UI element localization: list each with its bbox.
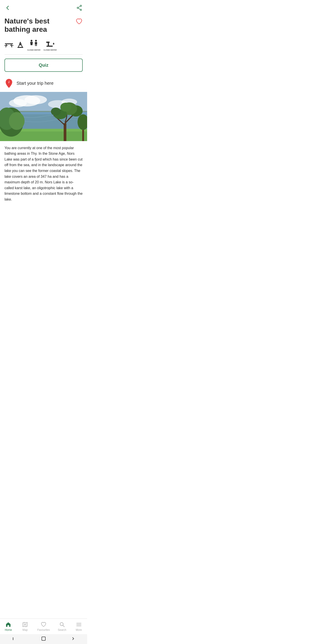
quiz-button[interactable]: Quiz [4, 58, 83, 72]
favourite-button[interactable] [75, 17, 83, 26]
svg-rect-16 [35, 44, 36, 46]
page-title: Nature's best bathing area [4, 17, 75, 34]
amenity-toilets: CLOSED WINTER [27, 39, 40, 51]
svg-point-42 [60, 103, 71, 112]
svg-point-26 [9, 99, 27, 107]
svg-rect-19 [48, 42, 49, 46]
svg-point-1 [80, 9, 81, 10]
trip-start-label: Start your trip here [16, 81, 54, 86]
amenity-water: CLOSED WINTER [43, 39, 57, 51]
description-text: You are currently at one of the most pop… [0, 141, 87, 220]
svg-point-27 [24, 95, 47, 104]
location-pin-icon: i [4, 78, 13, 88]
amenities-row: CLOSED WINTER CLOSED WINTER [0, 37, 87, 54]
svg-point-37 [9, 112, 24, 130]
section-divider [4, 54, 83, 54]
back-button[interactable] [4, 5, 11, 12]
svg-point-2 [77, 7, 78, 8]
svg-line-4 [78, 8, 80, 10]
svg-rect-8 [4, 45, 7, 46]
svg-point-0 [80, 5, 81, 6]
svg-rect-5 [5, 44, 13, 44]
svg-rect-9 [10, 45, 13, 46]
svg-point-13 [31, 40, 32, 42]
amenity-campfire [16, 41, 24, 49]
toilets-closed-label: CLOSED WINTER [27, 49, 40, 51]
svg-rect-38 [64, 123, 66, 141]
svg-rect-17 [36, 44, 37, 46]
share-button[interactable] [76, 4, 83, 12]
amenity-picnic [4, 41, 13, 49]
location-photo [0, 92, 87, 141]
svg-point-43 [51, 108, 61, 116]
trip-start-row: i Start your trip here [0, 76, 87, 90]
svg-rect-15 [35, 42, 37, 44]
header [0, 0, 87, 15]
svg-line-3 [78, 6, 80, 8]
svg-point-14 [35, 40, 37, 42]
svg-rect-18 [46, 46, 53, 47]
svg-rect-21 [46, 42, 47, 42]
title-section: Nature's best bathing area [0, 15, 87, 37]
water-closed-label: CLOSED WINTER [43, 49, 57, 51]
